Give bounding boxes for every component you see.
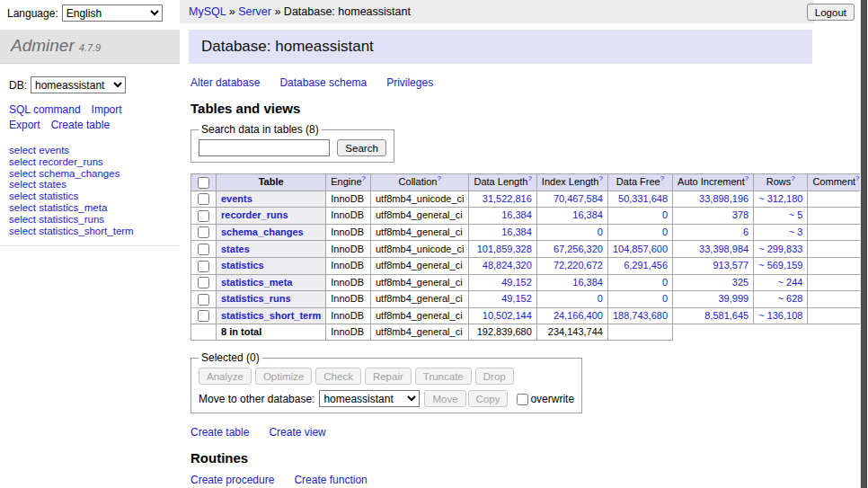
table-link-states[interactable]: states <box>221 244 250 254</box>
auto-increment-link[interactable]: 33,398,984 <box>699 244 748 254</box>
action-alter-database[interactable]: Alter database <box>190 76 260 89</box>
sidebar-select-recorder-runs[interactable]: select recorder_runs <box>9 156 180 168</box>
sidebar-link-export[interactable]: Export <box>9 119 40 131</box>
index-length-link[interactable]: 0 <box>598 226 603 237</box>
scrollbar[interactable] <box>860 0 868 488</box>
rows-count-link[interactable]: ~ 3 <box>789 226 803 237</box>
bulk-optimize-button[interactable]: Optimize <box>255 368 312 385</box>
breadcrumb-link-mysql[interactable]: MySQL <box>189 5 226 18</box>
bulk-analyze-button[interactable]: Analyze <box>199 368 252 385</box>
auto-increment-link[interactable]: 378 <box>732 209 748 220</box>
table-link-events[interactable]: events <box>221 193 252 204</box>
row-checkbox[interactable] <box>198 193 209 205</box>
index-length-link[interactable]: 70,467,584 <box>554 193 603 204</box>
rows-count-link[interactable]: ~ 628 <box>778 293 803 304</box>
sidebar-select-events[interactable]: select events <box>9 145 180 156</box>
link-create-function[interactable]: Create function <box>294 474 367 486</box>
index-length-link[interactable]: 0 <box>598 293 603 304</box>
data-free-link[interactable]: 104,857,600 <box>613 244 668 254</box>
help-link[interactable]: ? <box>855 175 859 183</box>
index-length-link[interactable]: 16,384 <box>572 209 603 220</box>
auto-increment-link[interactable]: 913,577 <box>713 260 748 271</box>
table-link-recorder-runs[interactable]: recorder_runs <box>221 209 288 220</box>
search-button[interactable]: Search <box>337 139 385 156</box>
link-create-procedure[interactable]: Create procedure <box>190 474 274 486</box>
help-link[interactable]: ? <box>527 175 531 183</box>
row-checkbox[interactable] <box>198 244 209 255</box>
row-checkbox[interactable] <box>198 277 209 288</box>
bulk-drop-button[interactable]: Drop <box>475 368 514 385</box>
row-checkbox[interactable] <box>198 261 209 272</box>
search-input[interactable] <box>199 139 330 156</box>
logout-button[interactable]: Logout <box>807 4 855 21</box>
sidebar-link-create-table[interactable]: Create table <box>51 119 110 131</box>
index-length-link[interactable]: 67,256,320 <box>554 244 603 254</box>
data-length-link[interactable]: 16,384 <box>501 209 532 220</box>
table-link-statistics[interactable]: statistics <box>221 260 264 271</box>
breadcrumb-link-server[interactable]: Server <box>238 5 271 18</box>
bulk-repair-button[interactable]: Repair <box>365 368 412 385</box>
rows-count-link[interactable]: ~ 312,180 <box>758 193 802 204</box>
data-length-link[interactable]: 31,522,816 <box>483 193 532 204</box>
data-free-link[interactable]: 0 <box>662 277 668 288</box>
move-db-select[interactable]: homeassistant <box>319 390 420 407</box>
rows-count-link[interactable]: ~ 136,108 <box>758 310 802 321</box>
index-length-link[interactable]: 16,384 <box>572 277 603 288</box>
link-create-view[interactable]: Create view <box>269 426 325 439</box>
auto-increment-link[interactable]: 325 <box>732 277 748 288</box>
help-link[interactable]: ? <box>437 175 440 183</box>
row-checkbox[interactable] <box>198 310 209 322</box>
table-link-schema-changes[interactable]: schema_changes <box>221 226 304 237</box>
sidebar-link-sql-command[interactable]: SQL command <box>9 103 81 116</box>
table-link-statistics-meta[interactable]: statistics_meta <box>221 277 293 288</box>
sidebar-select-statistics-meta[interactable]: select statistics_meta <box>9 202 180 214</box>
index-length-link[interactable]: 24,166,400 <box>554 310 603 321</box>
sidebar-select-schema-changes[interactable]: select schema_changes <box>9 168 180 180</box>
sidebar-link-import[interactable]: Import <box>92 103 122 116</box>
action-database-schema[interactable]: Database schema <box>279 76 367 89</box>
language-select[interactable]: English <box>62 4 163 22</box>
table-link-statistics-short-term[interactable]: statistics_short_term <box>221 310 321 321</box>
data-length-link[interactable]: 49,152 <box>501 293 532 304</box>
help-link[interactable]: ? <box>598 175 602 183</box>
move-button[interactable]: Move <box>424 390 465 407</box>
auto-increment-link[interactable]: 33,898,196 <box>699 193 748 204</box>
row-checkbox[interactable] <box>198 226 209 238</box>
row-checkbox[interactable] <box>198 210 209 222</box>
help-link[interactable]: ? <box>745 175 748 183</box>
data-length-link[interactable]: 16,384 <box>501 226 532 237</box>
rows-count-link[interactable]: ~ 5 <box>789 209 803 220</box>
db-select[interactable]: homeassistant <box>31 76 126 93</box>
data-free-link[interactable]: 0 <box>662 209 668 220</box>
rows-count-link[interactable]: ~ 299,833 <box>758 244 802 254</box>
data-length-link[interactable]: 10,502,144 <box>483 310 532 321</box>
data-free-link[interactable]: 0 <box>662 293 668 304</box>
scrollbar-thumb[interactable] <box>861 0 867 488</box>
sidebar-select-statistics[interactable]: select statistics <box>9 191 180 202</box>
copy-button[interactable]: Copy <box>468 390 509 407</box>
data-length-link[interactable]: 48,824,320 <box>483 260 532 271</box>
help-link[interactable]: ? <box>362 175 366 183</box>
data-free-link[interactable]: 0 <box>662 226 668 237</box>
rows-count-link[interactable]: ~ 244 <box>778 277 803 288</box>
rows-count-link[interactable]: ~ 569,159 <box>758 260 802 271</box>
bulk-truncate-button[interactable]: Truncate <box>415 368 472 385</box>
auto-increment-link[interactable]: 8,581,645 <box>704 310 748 321</box>
help-link[interactable]: ? <box>791 175 794 183</box>
sidebar-select-states[interactable]: select states <box>9 179 180 191</box>
row-checkbox[interactable] <box>198 294 209 306</box>
bulk-check-button[interactable]: Check <box>315 368 361 385</box>
sidebar-select-statistics-runs[interactable]: select statistics_runs <box>9 214 180 226</box>
auto-increment-link[interactable]: 39,999 <box>719 293 749 304</box>
data-free-link[interactable]: 50,331,648 <box>618 193 668 204</box>
index-length-link[interactable]: 72,220,672 <box>554 260 603 271</box>
table-link-statistics-runs[interactable]: statistics_runs <box>221 293 291 304</box>
data-free-link[interactable]: 6,291,456 <box>624 260 668 271</box>
help-link[interactable]: ? <box>660 175 664 183</box>
overwrite-checkbox[interactable] <box>517 394 528 405</box>
data-length-link[interactable]: 101,859,328 <box>477 244 532 254</box>
select-all-checkbox[interactable] <box>198 177 209 189</box>
link-create-table[interactable]: Create table <box>190 426 249 439</box>
data-free-link[interactable]: 188,743,680 <box>613 310 668 321</box>
data-length-link[interactable]: 49,152 <box>501 277 532 288</box>
